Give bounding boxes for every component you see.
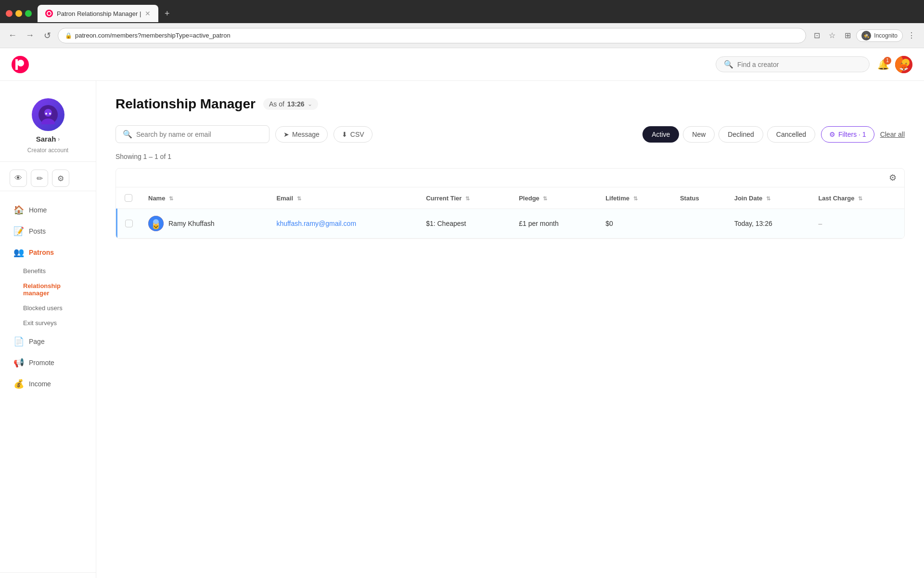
browser-tab[interactable]: Patron Relationship Manager | ✕: [38, 5, 158, 22]
sidebar-footer-creator-resources[interactable]: Creator Resources: [0, 572, 96, 578]
sidebar-sub-item-benefits[interactable]: Benefits: [23, 263, 96, 278]
svg-point-2: [17, 60, 24, 66]
posts-icon: 📝: [13, 226, 24, 236]
sort-tier-icon: ⇅: [465, 196, 470, 201]
patron-name: Ramy Khuffash: [168, 220, 214, 227]
settings-button[interactable]: ⚙: [52, 170, 69, 187]
sidebar-item-home[interactable]: 🏠 Home: [4, 200, 92, 220]
notification-badge: 1: [884, 57, 891, 65]
message-button[interactable]: ➤ Message: [275, 126, 328, 143]
sidebar: Sarah › Creator account 👁 ✏ ⚙ 🏠 Home 📝 P…: [0, 81, 96, 578]
filter-icon: ⚙: [829, 131, 835, 138]
filters-button[interactable]: ⚙ Filters · 1: [821, 126, 874, 143]
page-title: Relationship Manager: [116, 96, 256, 112]
edit-button[interactable]: ✏: [31, 170, 48, 187]
tab-title: Patron Relationship Manager |: [57, 10, 141, 17]
download-icon: ⬇: [342, 131, 347, 138]
tab-close-button[interactable]: ✕: [145, 10, 151, 17]
patron-search-input[interactable]: [136, 131, 262, 138]
browser-menu-button[interactable]: ⋮: [905, 29, 918, 42]
profile-avatar: [32, 98, 64, 131]
sidebar-sub-item-blocked-users[interactable]: Blocked users: [23, 301, 96, 315]
back-button[interactable]: ←: [6, 29, 19, 42]
incognito-badge[interactable]: 🕵 Incognito: [856, 29, 903, 42]
patrons-table-container: ⚙ Name ⇅ Email: [116, 168, 905, 239]
url-text: patreon.com/members?membershipType=activ…: [75, 32, 231, 39]
showing-count: Showing 1 – 1 of 1: [116, 153, 905, 160]
top-search-input[interactable]: [737, 61, 861, 68]
table-row: 🐱 Ramy Khuffash khuffash.ramy@gmail.com …: [117, 209, 905, 238]
filter-tab-new[interactable]: New: [683, 126, 715, 143]
sidebar-item-promote[interactable]: 📢 Promote: [4, 353, 92, 373]
sort-email-icon: ⇅: [297, 196, 301, 201]
patreon-logo[interactable]: [12, 56, 29, 73]
reload-button[interactable]: ↺: [40, 29, 54, 42]
promote-icon: 📢: [13, 357, 24, 368]
forward-button[interactable]: →: [23, 29, 37, 42]
traffic-light-yellow[interactable]: [15, 10, 22, 17]
row-checkbox-cell: [117, 209, 141, 238]
clear-all-button[interactable]: Clear all: [880, 131, 905, 138]
patron-status-cell: [672, 209, 727, 238]
sidebar-sub-item-exit-surveys[interactable]: Exit surveys: [23, 315, 96, 330]
filter-tab-declined[interactable]: Declined: [719, 126, 763, 143]
traffic-light-red[interactable]: [6, 10, 13, 17]
select-all-checkbox[interactable]: [125, 194, 132, 202]
as-of-chevron-icon: ⌄: [308, 101, 312, 107]
new-tab-button[interactable]: +: [160, 7, 174, 20]
svg-point-12: [49, 113, 51, 115]
patron-last-charge-cell: –: [810, 209, 904, 238]
col-current-tier[interactable]: Current Tier ⇅: [418, 187, 511, 209]
top-search-bar[interactable]: 🔍: [716, 56, 870, 72]
filter-tab-cancelled[interactable]: Cancelled: [767, 126, 815, 143]
select-all-cell: [117, 187, 141, 209]
row-checkbox[interactable]: [125, 220, 133, 227]
bookmark-icon[interactable]: ☆: [825, 29, 839, 42]
col-lifetime[interactable]: Lifetime ⇅: [598, 187, 672, 209]
table-settings-button[interactable]: ⚙: [889, 172, 897, 183]
as-of-time: 13:26: [287, 100, 305, 108]
address-bar[interactable]: 🔒 patreon.com/members?membershipType=act…: [58, 28, 806, 43]
csv-button[interactable]: ⬇ CSV: [334, 126, 372, 143]
notification-button[interactable]: 🔔 1: [877, 59, 889, 70]
svg-point-11: [45, 113, 47, 115]
col-join-date[interactable]: Join Date ⇅: [727, 187, 811, 209]
patron-lifetime-cell: $0: [598, 209, 672, 238]
sidebar-navigation: 🏠 Home 📝 Posts 👥 Patrons Benefits Relati…: [0, 195, 96, 572]
col-email[interactable]: Email ⇅: [269, 187, 418, 209]
sidebar-sub-item-relationship-manager[interactable]: Relationship manager: [23, 278, 96, 301]
svg-text:🦊: 🦊: [899, 62, 909, 71]
patrons-table: Name ⇅ Email ⇅ Current Tier ⇅: [116, 187, 904, 238]
table-settings-row: ⚙: [116, 169, 904, 187]
patron-email-link[interactable]: khuffash.ramy@gmail.com: [276, 220, 356, 227]
incognito-label: Incognito: [874, 32, 898, 39]
patrons-icon: 👥: [13, 247, 24, 258]
sidebar-item-income[interactable]: 💰 Income: [4, 374, 92, 394]
traffic-light-green[interactable]: [25, 10, 32, 17]
as-of-label: As of: [269, 100, 284, 108]
svg-point-9: [44, 109, 52, 117]
view-page-button[interactable]: 👁: [10, 170, 27, 187]
user-avatar[interactable]: 🦊: [895, 56, 912, 73]
profile-name[interactable]: Sarah ›: [36, 135, 60, 143]
sidebar-item-posts[interactable]: 📝 Posts: [4, 221, 92, 241]
filter-tab-active[interactable]: Active: [642, 126, 679, 143]
patron-submenu: Benefits Relationship manager Blocked us…: [0, 263, 96, 330]
extension-icon[interactable]: ⊞: [841, 29, 854, 42]
page-icon: 📄: [13, 336, 24, 347]
col-status: Status: [672, 187, 727, 209]
sidebar-item-patrons[interactable]: 👥 Patrons: [4, 242, 92, 263]
as-of-badge[interactable]: As of 13:26 ⌄: [263, 98, 318, 110]
table-header: Name ⇅ Email ⇅ Current Tier ⇅: [117, 187, 905, 209]
home-icon: 🏠: [13, 205, 24, 215]
col-name[interactable]: Name ⇅: [141, 187, 269, 209]
search-icon: 🔍: [724, 60, 733, 69]
quick-actions-bar: 👁 ✏ ⚙: [0, 166, 96, 191]
sidebar-item-page[interactable]: 📄 Page: [4, 331, 92, 352]
search-icon: 🔍: [123, 130, 132, 139]
sort-name-icon: ⇅: [169, 196, 173, 201]
col-last-charge[interactable]: Last Charge ⇅: [810, 187, 904, 209]
cast-icon[interactable]: ⊡: [810, 29, 823, 42]
col-pledge[interactable]: Pledge ⇅: [511, 187, 598, 209]
patron-search-wrap[interactable]: 🔍: [116, 125, 270, 143]
